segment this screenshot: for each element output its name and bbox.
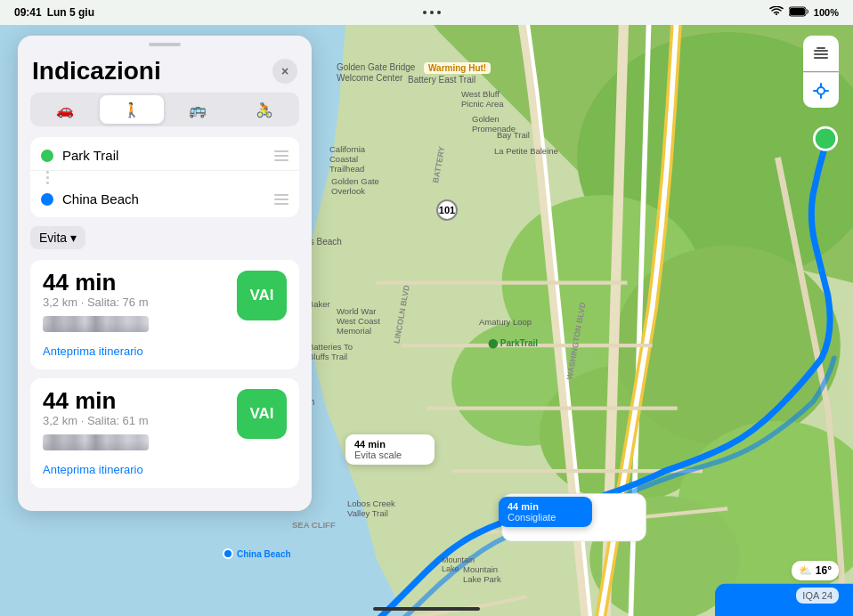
route-2-time: 44 min [43, 389, 149, 412]
weather-icon: ⛅ [799, 564, 812, 577]
route-2-elevation [43, 434, 149, 450]
tab-car[interactable]: 🚗 [33, 95, 98, 124]
directions-panel: Indicazioni × 🚗 🚶 🚌 🚴 Park Trail [18, 36, 312, 511]
origin-text: Park Trail [62, 148, 265, 163]
tab-transit[interactable]: 🚌 [166, 95, 231, 124]
route-2-preview-link[interactable]: Anteprima itinerario [43, 463, 143, 476]
map-label-petite-baleine: La Petite Baleine [494, 146, 558, 156]
route-inputs: Park Trail China Beach [30, 137, 299, 217]
panel-handle [149, 43, 181, 46]
status-bar-left: 09:41 Lun 5 giu [14, 6, 94, 19]
weather-temp: 16° [816, 564, 832, 577]
route-card-2[interactable]: 44 min 3,2 km · Salita: 61 m VAI Antepri… [30, 378, 299, 488]
chevron-down-icon: ▾ [70, 231, 77, 245]
svg-rect-26 [814, 57, 828, 59]
status-bar-right: 100% [769, 6, 839, 19]
map-label-amatury: Amatury Loop [479, 317, 532, 327]
sidebar-title: Indicazioni [32, 57, 161, 85]
svg-rect-24 [814, 50, 828, 52]
map-label-101: 101 [436, 199, 458, 221]
close-button[interactable]: × [272, 59, 297, 84]
map-label-gg-welcome: Golden Gate BridgeWelcome Center [337, 62, 415, 84]
route-1-elevation [43, 316, 149, 332]
destination-dot [41, 193, 53, 206]
route-2-vai-button[interactable]: VAI [237, 389, 287, 439]
svg-rect-27 [816, 47, 825, 49]
map-label-sea-cliff: SEA CLIFF [292, 520, 336, 530]
evita-button[interactable]: Evita ▾ [30, 226, 85, 249]
time: 09:41 [14, 6, 42, 19]
map-layers-button[interactable] [803, 36, 839, 71]
route-1-vai-button[interactable]: VAI [237, 271, 287, 320]
map-controls [803, 36, 839, 108]
map-label-china-beach: China Beach [223, 548, 291, 559]
tab-cycling[interactable]: 🚴 [232, 95, 297, 124]
route-1-details: 3,2 km · Salita: 76 m [43, 296, 149, 309]
destination-text: China Beach [62, 191, 265, 207]
map-popup-consigliate[interactable]: 44 min Consigliate [499, 497, 592, 527]
svg-rect-25 [814, 53, 828, 55]
aqi-value: IQA 24 [802, 590, 833, 601]
map-label-ww-memorial: World WarWest CoastMemorial [337, 306, 380, 336]
map-popup-evita-scale[interactable]: 44 min Evita scale [345, 434, 435, 465]
status-bar-center [423, 11, 441, 14]
svg-point-28 [817, 87, 825, 94]
destination-drag-handle[interactable] [274, 194, 288, 205]
route-card-1-top: 44 min 3,2 km · Salita: 76 m VAI [43, 271, 287, 337]
status-bar: 09:41 Lun 5 giu 100% [0, 0, 853, 25]
route-1-time: 44 min [43, 271, 149, 294]
map-label-ca-coastal: CaliforniaCoastalTrailhead [329, 144, 365, 174]
map-label-lobos-creek: Lobos CreekValley Trail [347, 498, 395, 518]
location-button[interactable] [803, 72, 839, 108]
popup-time-2: 44 min [508, 501, 583, 512]
popup-time-1: 44 min [354, 439, 426, 450]
evita-label: Evita [39, 231, 67, 245]
map-label-mountain-lake: MountainLake [442, 555, 475, 573]
battery-percent: 100% [814, 7, 839, 18]
home-indicator [373, 607, 480, 611]
sidebar-header: Indicazioni × [18, 50, 312, 93]
aqi-badge: IQA 24 [796, 588, 839, 604]
dot2 [430, 11, 434, 14]
weather-badge: ⛅ 16° [792, 561, 839, 580]
popup-label-2: Consigliate [508, 512, 583, 523]
origin-dot [41, 150, 53, 162]
dot1 [423, 11, 426, 14]
map-label-battery-east: Battery East Trail [408, 75, 475, 85]
map-label-park-trail: ⬤ ParkTrail [488, 338, 538, 348]
map-label-west-bluff: West BluffPicnic Area [461, 89, 504, 109]
route-1-info: 44 min 3,2 km · Salita: 76 m [43, 271, 149, 337]
route-card-2-top: 44 min 3,2 km · Salita: 61 m VAI [43, 389, 287, 456]
map-label-gg-overlook: Golden GateOverlook [331, 176, 379, 196]
route-1-preview-link[interactable]: Anteprima itinerario [43, 344, 143, 358]
svg-point-21 [814, 127, 836, 150]
route-2-info: 44 min 3,2 km · Salita: 61 m [43, 389, 149, 456]
transport-tabs: 🚗 🚶 🚌 🚴 [30, 93, 299, 126]
map-label-bay-trail: Bay Trail [497, 130, 530, 140]
map-label-batteries-bluffs: Batteries ToBluffs Trail [308, 342, 353, 361]
tab-walking[interactable]: 🚶 [100, 95, 165, 124]
map-label-warming-hut: Warming Hut! [424, 62, 491, 74]
origin-drag-handle[interactable] [274, 150, 288, 161]
origin-row[interactable]: Park Trail [30, 141, 299, 171]
wifi-icon [769, 6, 784, 19]
route-card-1[interactable]: 44 min 3,2 km · Salita: 76 m VAI Antepri… [30, 260, 299, 369]
battery-icon [789, 6, 808, 19]
route-2-details: 3,2 km · Salita: 61 m [43, 414, 149, 427]
popup-label-1: Evita scale [354, 450, 426, 460]
date: Lun 5 giu [47, 6, 94, 19]
destination-row[interactable]: China Beach [30, 184, 299, 214]
dot3 [437, 11, 441, 14]
svg-rect-1 [790, 8, 805, 15]
